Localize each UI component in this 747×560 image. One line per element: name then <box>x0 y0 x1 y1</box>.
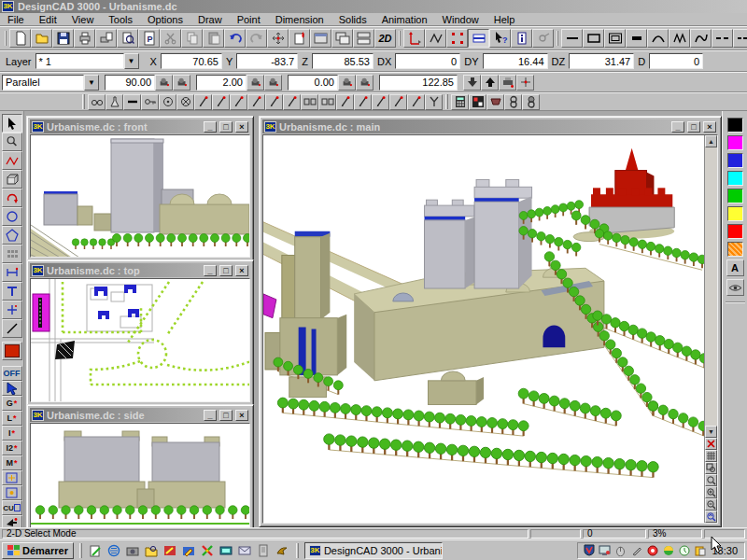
mode-2d-button[interactable]: 2D <box>374 29 396 48</box>
angle-z-input[interactable]: 0.00 <box>288 75 338 91</box>
circle-tool-button[interactable] <box>2 207 22 226</box>
current-color-swatch[interactable] <box>2 342 22 360</box>
scroll-down-button[interactable]: ▼ <box>705 426 717 438</box>
quicklaunch-paint[interactable] <box>162 543 178 558</box>
attach-button[interactable] <box>532 29 554 48</box>
projection-value[interactable]: Parallel <box>2 75 84 91</box>
rotate-x-minus-button[interactable] <box>155 75 173 91</box>
quicklaunch-tv[interactable] <box>218 543 234 558</box>
snap-origin-button[interactable] <box>407 94 425 110</box>
zoom-extents-button[interactable] <box>705 511 717 523</box>
solid-box-tool-button[interactable] <box>2 170 22 189</box>
snap-box-1-button[interactable] <box>301 94 318 110</box>
projection-dropdown[interactable]: Parallel ▼ <box>2 75 99 91</box>
color-swatch-blue[interactable] <box>727 153 743 168</box>
menu-solids[interactable]: Solids <box>331 13 374 26</box>
snap-box-2-button[interactable] <box>318 94 336 110</box>
selection-filter-button[interactable] <box>469 94 486 110</box>
midpoint-snap-button[interactable]: M* <box>2 455 22 470</box>
curve-tool-button[interactable] <box>2 151 22 170</box>
side-viewport[interactable] <box>30 423 250 527</box>
zoom-previous-button[interactable] <box>705 474 717 486</box>
dimension-tool-button[interactable] <box>2 263 22 282</box>
menu-file[interactable]: File <box>0 13 32 26</box>
coord-input-dz[interactable]: 31.47 <box>569 53 634 69</box>
snap-center-button[interactable] <box>159 94 176 110</box>
point-select-button[interactable] <box>446 29 468 48</box>
quicklaunch-notes[interactable] <box>88 543 104 558</box>
zoom-out-button[interactable] <box>705 498 717 511</box>
maximize-button[interactable]: □ <box>219 121 233 133</box>
tray-notebook-icon[interactable] <box>693 544 707 557</box>
menu-draw[interactable]: Draw <box>190 13 230 26</box>
view-up-button[interactable] <box>481 75 499 91</box>
close-button[interactable]: × <box>235 265 248 276</box>
taskbar-app-button[interactable]: 3K DesignCAD 3000 - Urbanis... <box>304 542 443 559</box>
snap-midpoint-button[interactable] <box>247 94 265 110</box>
quicklaunch-browser[interactable] <box>106 543 122 558</box>
side-titlebar[interactable]: 3K Urbanisme.dc : side _ □ × <box>30 408 250 422</box>
snap-wye-button[interactable] <box>425 94 443 110</box>
snap-gravity-button[interactable] <box>194 94 212 110</box>
gravity-snap-button[interactable]: G* <box>2 396 22 411</box>
new-view-button[interactable] <box>289 29 310 48</box>
plot-view-button[interactable] <box>499 75 516 91</box>
menu-tools[interactable]: Tools <box>101 13 140 26</box>
maximize-button[interactable]: □ <box>219 265 233 276</box>
window-side[interactable]: 3K Urbanisme.dc : side _ □ × <box>26 404 254 527</box>
chevron-down-icon[interactable]: ▼ <box>124 53 139 69</box>
zoom-window-button[interactable] <box>705 462 717 474</box>
cup-tool-button[interactable] <box>486 94 504 110</box>
menu-help[interactable]: Help <box>486 13 523 26</box>
menu-dimension[interactable]: Dimension <box>268 13 331 26</box>
color-swatch-yellow[interactable] <box>727 206 743 221</box>
angle-y-input[interactable]: 2.00 <box>196 75 247 91</box>
color-swatch-cyan[interactable] <box>727 171 743 186</box>
tray-quick-icon[interactable] <box>645 544 659 557</box>
menu-window[interactable]: Window <box>435 13 486 26</box>
page-p-button[interactable]: P <box>138 29 160 48</box>
save-button[interactable] <box>52 29 74 48</box>
snap-intersect-2-button[interactable] <box>354 94 372 110</box>
tray-antivirus-icon[interactable] <box>582 544 596 557</box>
redo-button[interactable] <box>246 29 267 48</box>
menu-options[interactable]: Options <box>140 13 190 26</box>
rotate-y-plus-button[interactable] <box>264 75 282 91</box>
snap-perp-button[interactable] <box>372 94 389 110</box>
print-zoom-button[interactable] <box>117 29 138 48</box>
line-snap-button[interactable]: L* <box>2 411 22 426</box>
section-a-button[interactable] <box>504 94 522 110</box>
line-style-arc-button[interactable] <box>647 29 669 48</box>
snap-glasses-button[interactable] <box>88 94 106 110</box>
color-swatch-magenta[interactable] <box>727 135 743 150</box>
coord-input-dx[interactable]: 0 <box>395 53 460 69</box>
top-viewport[interactable] <box>30 278 250 402</box>
help-select-button[interactable]: ? <box>489 29 511 48</box>
intersect-2-snap-button[interactable]: I2* <box>2 441 22 455</box>
rotate-z-minus-button[interactable] <box>338 75 356 91</box>
front-titlebar[interactable]: 3K Urbanisme.dc : front _ □ × <box>30 119 250 133</box>
quicklaunch-editor[interactable] <box>181 543 197 558</box>
hatch-tool-button[interactable] <box>2 245 22 263</box>
text-attribute-button[interactable]: A <box>726 259 744 276</box>
close-view-button[interactable] <box>705 438 717 450</box>
maximize-button[interactable]: □ <box>219 410 233 421</box>
snap-intersect-button[interactable] <box>336 94 354 110</box>
line-style-dash-1-button[interactable] <box>712 29 733 48</box>
zoom-in-button[interactable] <box>705 486 717 498</box>
color-swatch-red[interactable] <box>727 224 743 239</box>
open-button[interactable] <box>31 29 52 48</box>
coord-input-dy[interactable]: 16.44 <box>483 53 548 69</box>
menu-animation[interactable]: Animation <box>374 13 435 26</box>
snap-point-button[interactable] <box>230 94 247 110</box>
new-button[interactable] <box>9 29 31 48</box>
color-swatch-black[interactable] <box>727 118 743 133</box>
intersect-snap-button[interactable]: I* <box>2 426 22 441</box>
line-style-single-button[interactable] <box>561 29 583 48</box>
tray-display-icon[interactable] <box>598 544 612 557</box>
rotate-y-minus-button[interactable] <box>247 75 264 91</box>
main-titlebar[interactable]: 3K Urbanisme.dc : main _ □ × <box>262 119 718 133</box>
line-style-thick-button[interactable] <box>626 29 647 48</box>
maximize-button[interactable]: □ <box>687 121 700 133</box>
close-button[interactable]: × <box>235 121 248 133</box>
